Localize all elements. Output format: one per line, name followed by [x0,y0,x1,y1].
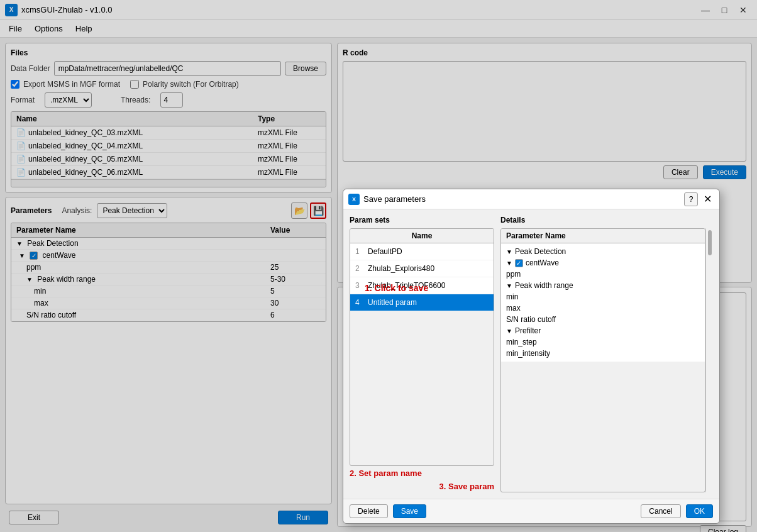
detail-row: min [501,291,705,302]
details-label: Details [500,216,713,224]
param-sets-panel: Param sets Name 1 DefaultPD 2 Zhulab_Exp… [350,216,494,492]
details-panel: Details Parameter Name ▼ Peak Detection … [500,216,713,492]
param-set-num: 4 [355,298,368,307]
param-set-row[interactable]: 2 Zhulab_Exploris480 [350,260,494,277]
param-set-row-selected[interactable]: 4 Untitled param [350,294,494,311]
detail-row: S/N ratio cutoff [501,314,705,325]
modal-title: Save parameters [363,194,684,204]
param-sets-body: 1 DefaultPD 2 Zhulab_Exploris480 3 Zhula… [350,243,494,311]
modal-title-bar: X Save parameters ? ✕ [343,189,719,209]
details-scroll-container: Parameter Name ▼ Peak Detection ▼ ✓ cent… [500,228,713,492]
param-sets-table: Name 1 DefaultPD 2 Zhulab_Exploris480 3 [350,228,494,466]
param-set-num: 2 [355,264,368,273]
chevron-icon[interactable]: ▼ [506,248,512,255]
modal-footer-right: Cancel OK [641,504,713,518]
step3-annotation: 3. Save param [350,482,494,491]
detail-checkbox[interactable]: ✓ [515,259,523,267]
step2-annotation: 2. Set param name [350,468,494,478]
modal-save-button[interactable]: Save [393,504,426,518]
param-set-num: 1 [355,247,368,256]
modal-footer: Delete Save Cancel OK [343,499,719,523]
details-scrollbar[interactable] [705,228,713,492]
chevron-icon[interactable]: ▼ [506,282,512,289]
param-set-name: Untitled param [368,298,417,307]
details-tree-body: ▼ Peak Detection ▼ ✓ centWave ppm [501,243,705,362]
param-sets-col-header: Name [350,229,494,243]
modal-footer-left: Delete Save [350,504,426,518]
details-tree: Parameter Name ▼ Peak Detection ▼ ✓ cent… [500,228,705,492]
detail-row: max [501,302,705,314]
chevron-icon[interactable]: ▼ [506,328,512,335]
modal-app-icon: X [348,194,360,205]
param-set-name: Zhulab_Exploris480 [368,264,434,273]
step1-annotation: 1. Click to save [365,283,428,293]
param-sets-label: Param sets [350,216,494,224]
modal-body: Param sets Name 1 DefaultPD 2 Zhulab_Exp… [343,209,719,499]
detail-row: ▼ Peak Detection [501,246,705,257]
modal-help-button[interactable]: ? [684,192,698,206]
detail-row: ▼ Peak width range [501,280,705,291]
delete-button[interactable]: Delete [350,504,388,518]
modal-overlay: 1. Click to save X Save parameters ? ✕ P… [0,0,757,532]
cancel-button[interactable]: Cancel [641,504,680,518]
save-parameters-dialog: X Save parameters ? ✕ Param sets Name 1 … [343,189,720,524]
chevron-icon[interactable]: ▼ [506,260,512,267]
details-tree-header: Parameter Name [501,229,705,243]
detail-row: min_intensity [501,348,705,359]
detail-row: min_step [501,336,705,348]
param-set-name: DefaultPD [368,247,402,256]
ok-button[interactable]: OK [686,504,713,518]
detail-row: ▼ ✓ centWave [501,257,705,269]
detail-row: ppm [501,269,705,280]
param-set-row[interactable]: 1 DefaultPD [350,243,494,260]
detail-row: ▼ Prefilter [501,325,705,336]
modal-close-button[interactable]: ✕ [700,192,714,206]
